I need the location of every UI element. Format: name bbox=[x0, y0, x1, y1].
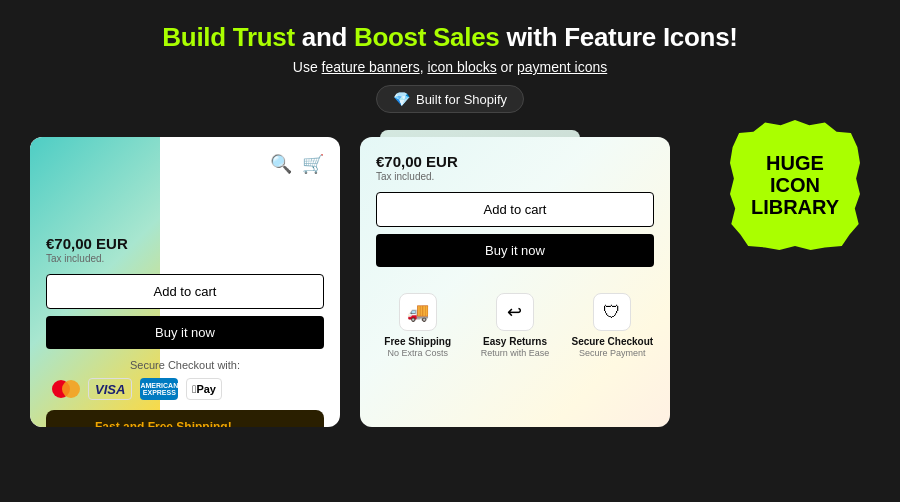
badge-line2: ICON bbox=[751, 174, 839, 196]
card1-price: €70,00 EUR bbox=[46, 235, 324, 252]
feature-item-2: 🛡 Secure Checkout Secure Payment bbox=[571, 293, 654, 359]
shipping-title: Fast and Free Shipping! bbox=[95, 420, 258, 427]
feature-title-0: Free Shipping bbox=[384, 336, 451, 348]
cart-icon[interactable]: 🛒 bbox=[302, 153, 324, 175]
feature-subtitle-1: Return with Ease bbox=[481, 348, 550, 359]
card1-icons: 🔍 🛒 bbox=[46, 153, 324, 175]
buy-now-button-1[interactable]: Buy it now bbox=[46, 316, 324, 349]
card2-tax: Tax included. bbox=[376, 171, 654, 182]
truck-icon: 🚚 bbox=[58, 423, 85, 427]
shopify-badge-label: Built for Shopify bbox=[416, 92, 507, 107]
card2-content: €70,00 EUR Tax included. Add to cart Buy… bbox=[376, 153, 654, 359]
feature-icon-box-0: 🚚 bbox=[399, 293, 437, 331]
huge-icon-library-badge: HUGE ICON LIBRARY bbox=[730, 120, 860, 250]
feature-icon-box-2: 🛡 bbox=[593, 293, 631, 331]
feature-banners-link[interactable]: feature banners bbox=[322, 59, 420, 75]
payment-icons: VISA AMERICAN EXPRESS  Pay bbox=[46, 378, 324, 400]
amex-icon: AMERICAN EXPRESS bbox=[140, 378, 178, 400]
mc-right-circle bbox=[62, 380, 80, 398]
feature-subtitle-2: Secure Payment bbox=[579, 348, 646, 359]
card1-tax: Tax included. bbox=[46, 253, 324, 264]
feature-item-1: ↩ Easy Returns Return with Ease bbox=[473, 293, 556, 359]
feature-icons-row: 🚚 Free Shipping No Extra Costs ↩ Easy Re… bbox=[376, 285, 654, 359]
feature-title-2: Secure Checkout bbox=[571, 336, 653, 348]
header: Build Trust and Boost Sales with Feature… bbox=[0, 0, 900, 127]
add-to-cart-button-1[interactable]: Add to cart bbox=[46, 274, 324, 309]
secure-label: Secure Checkout with: bbox=[46, 359, 324, 371]
feature-title-1: Easy Returns bbox=[483, 336, 547, 348]
product-card-2: €70,00 EUR Tax included. Add to cart Buy… bbox=[360, 137, 670, 427]
headline-green2: Boost Sales bbox=[354, 22, 500, 52]
search-icon[interactable]: 🔍 bbox=[270, 153, 292, 175]
visa-icon: VISA bbox=[88, 378, 132, 400]
feature-subtitle-0: No Extra Costs bbox=[387, 348, 448, 359]
feature-icon-box-1: ↩ bbox=[496, 293, 534, 331]
headline-green1: Build Trust bbox=[162, 22, 294, 52]
product-card-1: 🔍 🛒 €70,00 EUR Tax included. Add to cart… bbox=[30, 137, 340, 427]
main-headline: Build Trust and Boost Sales with Feature… bbox=[20, 22, 880, 53]
badge-line1: HUGE bbox=[751, 152, 839, 174]
feature-item-0: 🚚 Free Shipping No Extra Costs bbox=[376, 293, 459, 359]
shopify-badge[interactable]: 💎 Built for Shopify bbox=[376, 85, 524, 113]
badge-line3: LIBRARY bbox=[751, 196, 839, 218]
mastercard-icon bbox=[46, 378, 80, 400]
icon-blocks-link[interactable]: icon blocks bbox=[427, 59, 496, 75]
gem-icon: 💎 bbox=[393, 91, 410, 107]
buy-now-button-2[interactable]: Buy it now bbox=[376, 234, 654, 267]
add-to-cart-button-2[interactable]: Add to cart bbox=[376, 192, 654, 227]
shipping-banner: 🚚 Fast and Free Shipping! Order now to g… bbox=[46, 410, 324, 427]
cards-wrapper: 🔍 🛒 €70,00 EUR Tax included. Add to cart… bbox=[30, 137, 670, 427]
payment-icons-link[interactable]: payment icons bbox=[517, 59, 607, 75]
subtitle: Use feature banners, icon blocks or paym… bbox=[20, 59, 880, 75]
shipping-text: Fast and Free Shipping! Order now to get… bbox=[95, 420, 258, 427]
applepay-icon:  Pay bbox=[186, 378, 222, 400]
card1-content: 🔍 🛒 €70,00 EUR Tax included. Add to cart… bbox=[46, 153, 324, 427]
card2-price: €70,00 EUR bbox=[376, 153, 654, 170]
